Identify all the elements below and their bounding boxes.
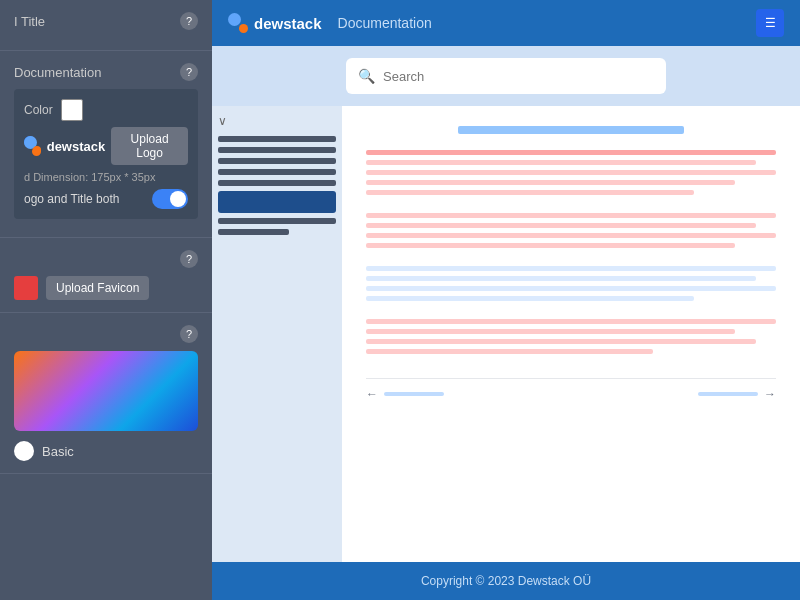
color-label: Color (24, 103, 53, 117)
favicon-preview-row: Upload Favicon (14, 276, 198, 300)
doc-sidebar: ∨ (212, 106, 342, 562)
left-panel: I Title ? Documentation ? Color de (0, 0, 212, 600)
prev-arrow: ← (366, 387, 378, 401)
top-navbar: dewstack Documentation ☰ (212, 0, 800, 46)
nav-brand-icon (228, 13, 248, 33)
favicon-preview-box (14, 276, 38, 300)
color-gradient-preview[interactable] (14, 351, 198, 431)
title-help-button[interactable]: ? (180, 12, 198, 30)
doc-nav-prev[interactable]: ← (366, 387, 444, 401)
content-group-2 (366, 213, 776, 248)
main-content: ∨ (212, 106, 800, 562)
search-input[interactable] (383, 69, 654, 84)
doc-nav-prev-line (384, 392, 444, 396)
logo-title-toggle[interactable] (152, 189, 188, 209)
content-line (366, 180, 735, 185)
nav-doc-label: Documentation (338, 15, 432, 31)
nav-dot-blue (228, 13, 241, 26)
doc-nav-next[interactable]: → (698, 387, 776, 401)
search-icon: 🔍 (358, 68, 375, 84)
brand-section-header: Documentation ? (14, 63, 198, 81)
content-line (366, 329, 735, 334)
sidebar-nav-item-4[interactable] (218, 169, 336, 175)
content-line (366, 319, 776, 324)
content-line (366, 190, 694, 195)
nav-dot-orange (239, 24, 248, 33)
toggle-row: ogo and Title both (24, 189, 188, 209)
favicon-upload-area: Upload Favicon (14, 276, 198, 300)
content-group-4 (366, 319, 776, 354)
logo-brand-name: dewstack (47, 139, 106, 154)
title-section-header: I Title ? (14, 12, 198, 30)
dimension-text: d Dimension: 175px * 35px (24, 171, 188, 183)
doc-content-title-bar (458, 126, 684, 134)
color-section-header: ? (14, 325, 198, 343)
upload-favicon-button[interactable]: Upload Favicon (46, 276, 149, 300)
sidebar-nav-item-7[interactable] (218, 218, 336, 224)
content-line (366, 349, 653, 354)
basic-circle-icon (14, 441, 34, 461)
doc-nav-row: ← → (366, 378, 776, 409)
basic-row: Basic (14, 441, 198, 461)
toggle-label: ogo and Title both (24, 192, 119, 206)
doc-sidebar-toggle[interactable]: ∨ (218, 114, 227, 128)
upload-logo-button[interactable]: Upload Logo (111, 127, 188, 165)
favicon-section-header: ? (14, 250, 198, 268)
right-panel: dewstack Documentation ☰ 🔍 ∨ (212, 0, 800, 600)
logo-dot-blue (24, 136, 37, 149)
brand-section-label: Documentation (14, 65, 101, 80)
doc-content: ← → (342, 106, 800, 562)
logo-preview-row: dewstack Upload Logo (24, 127, 188, 165)
search-area: 🔍 (212, 46, 800, 106)
sidebar-nav-item-2[interactable] (218, 147, 336, 153)
content-line (366, 276, 756, 281)
brand-section: Documentation ? Color dewstack Upload Lo… (0, 51, 212, 238)
favicon-section: ? Upload Favicon (0, 238, 212, 313)
content-group-1 (366, 150, 776, 195)
nav-brand: dewstack (228, 13, 322, 33)
content-line (366, 233, 776, 238)
nav-menu-button[interactable]: ☰ (756, 9, 784, 37)
content-line (366, 243, 735, 248)
title-section-label: I Title (14, 14, 45, 29)
content-line (366, 266, 776, 271)
content-line (366, 286, 776, 291)
nav-brand-name: dewstack (254, 15, 322, 32)
title-section: I Title ? (0, 0, 212, 51)
color-row: Color (24, 99, 188, 121)
brand-help-button[interactable]: ? (180, 63, 198, 81)
search-box: 🔍 (346, 58, 666, 94)
sidebar-nav-lines (218, 136, 336, 235)
color-help-button[interactable]: ? (180, 325, 198, 343)
color-picker-box[interactable] (61, 99, 83, 121)
content-line (366, 339, 756, 344)
content-group-3 (366, 266, 776, 301)
sidebar-nav-item-1[interactable] (218, 136, 336, 142)
content-line (366, 150, 776, 155)
footer: Copyright © 2023 Dewstack OÜ (212, 562, 800, 600)
logo-dot-orange (32, 147, 41, 156)
color-section: ? Basic (0, 313, 212, 474)
footer-text: Copyright © 2023 Dewstack OÜ (421, 574, 591, 588)
sidebar-nav-item-3[interactable] (218, 158, 336, 164)
content-line (366, 213, 776, 218)
logo-section-box: Color dewstack Upload Logo d Dimension: … (14, 89, 198, 219)
favicon-help-button[interactable]: ? (180, 250, 198, 268)
sidebar-nav-item-8[interactable] (218, 229, 289, 235)
basic-label: Basic (42, 444, 74, 459)
content-line (366, 170, 776, 175)
sidebar-nav-item-5[interactable] (218, 180, 336, 186)
sidebar-nav-item-active[interactable] (218, 191, 336, 213)
next-arrow: → (764, 387, 776, 401)
content-line (366, 223, 756, 228)
doc-nav-next-line (698, 392, 758, 396)
content-line (366, 296, 694, 301)
logo-dot-icon (24, 136, 41, 156)
content-line (366, 160, 756, 165)
